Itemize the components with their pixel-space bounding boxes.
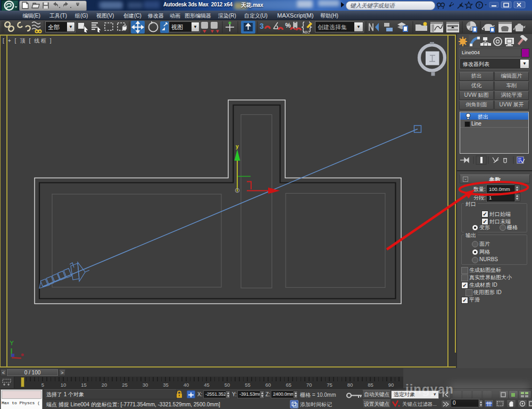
svg-text:?: ? <box>478 3 481 8</box>
svg-text:3: 3 <box>260 22 264 30</box>
svg-text:ABC: ABC <box>303 30 310 34</box>
svg-text:y: y <box>236 144 239 149</box>
svg-text:%: % <box>285 22 291 29</box>
